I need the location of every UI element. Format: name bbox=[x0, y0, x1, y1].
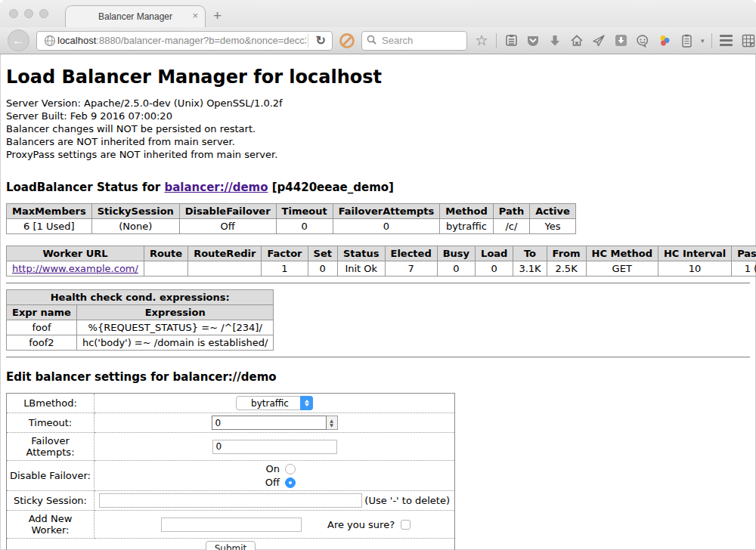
lbmethod-label: LBmethod: bbox=[7, 394, 94, 413]
browser-window: Balancer Manager × + ← localhost:8880/ba… bbox=[0, 0, 756, 550]
cell-method: bytraffic bbox=[440, 219, 493, 234]
col-stickysession: StickySession bbox=[91, 204, 179, 219]
timeout-label: Timeout: bbox=[7, 413, 94, 433]
cell-route bbox=[144, 261, 187, 277]
tab-bar: Balancer Manager × + bbox=[0, 0, 756, 27]
cell-expr-name: foof bbox=[7, 320, 77, 335]
submit-button[interactable]: Submit bbox=[206, 541, 256, 550]
cell-expression: hc('body') =~ /domain is established/ bbox=[76, 335, 274, 351]
search-input[interactable] bbox=[380, 34, 462, 47]
sticky-session-label: Sticky Session: bbox=[7, 491, 94, 511]
customize-grid-icon[interactable] bbox=[741, 33, 756, 48]
tab-close-icon[interactable]: × bbox=[192, 10, 198, 21]
divider bbox=[6, 283, 750, 284]
cell-set: 0 bbox=[308, 261, 337, 277]
zoom-window-button[interactable] bbox=[39, 9, 48, 18]
persist-note: Balancer changes will NOT be persisted o… bbox=[6, 122, 750, 135]
col-expr-name: Expr name bbox=[7, 305, 77, 320]
search-bar[interactable] bbox=[361, 31, 467, 51]
col-method: Method bbox=[440, 204, 493, 219]
form-row-lbmethod: LBmethod: bytraffic bbox=[7, 394, 455, 413]
bookmark-star-icon[interactable]: ☆ bbox=[474, 33, 489, 48]
health-check-table: Health check cond. expressions: Expr nam… bbox=[6, 289, 274, 351]
server-info: Server Version: Apache/2.5.0-dev (Unix) … bbox=[6, 97, 750, 161]
col-elected: Elected bbox=[385, 246, 437, 261]
url-bar[interactable]: localhost:8880/balancer-manager?b=demo&n… bbox=[36, 31, 333, 51]
col-active: Active bbox=[530, 204, 576, 219]
col-failoverattempts: FailoverAttempts bbox=[333, 204, 440, 219]
cell-failoverattempts: 0 bbox=[333, 219, 440, 234]
clipboard-list-icon[interactable] bbox=[679, 33, 694, 48]
table-row: http://www.example.com/ 1 0 Init Ok 7 0 … bbox=[7, 261, 756, 277]
loadbalancer-status-heading: LoadBalancer Status for balancer://demo … bbox=[6, 181, 750, 194]
table-header-row: Expr name Expression bbox=[7, 305, 274, 320]
worker-status-table: Worker URL Route RouteRedir Factor Set S… bbox=[6, 246, 756, 277]
reload-button[interactable]: ↻ bbox=[310, 33, 332, 48]
form-row-failover-attempts: Failover Attempts: bbox=[7, 433, 455, 461]
col-path: Path bbox=[493, 204, 529, 219]
disable-failover-off-radio[interactable] bbox=[285, 477, 296, 488]
window-controls bbox=[9, 9, 48, 18]
close-window-button[interactable] bbox=[9, 9, 18, 18]
home-icon[interactable] bbox=[569, 33, 584, 48]
table-header-row: Worker URL Route RouteRedir Factor Set S… bbox=[7, 246, 756, 261]
col-passes: Passes bbox=[732, 246, 756, 261]
cell-expr-name: foof2 bbox=[7, 335, 77, 351]
new-tab-button[interactable]: + bbox=[213, 8, 222, 24]
send-plane-icon[interactable] bbox=[591, 33, 606, 48]
tab-balancer-manager[interactable]: Balancer Manager × bbox=[65, 5, 206, 27]
col-routeredir: RouteRedir bbox=[188, 246, 262, 261]
col-load: Load bbox=[476, 246, 513, 261]
reading-list-icon[interactable] bbox=[503, 33, 519, 48]
failover-attempts-input[interactable] bbox=[212, 440, 337, 454]
divider bbox=[6, 357, 750, 358]
cell-worker-url: http://www.example.com/ bbox=[7, 261, 144, 277]
feedback-smiley-icon[interactable] bbox=[635, 33, 650, 48]
back-arrow-icon: ← bbox=[12, 33, 25, 48]
col-worker-url: Worker URL bbox=[7, 246, 144, 261]
addon-download-icon[interactable] bbox=[613, 33, 628, 48]
worker-url-link[interactable]: http://www.example.com/ bbox=[12, 263, 138, 274]
col-expression: Expression bbox=[76, 305, 274, 320]
add-worker-label: Add New Worker: bbox=[7, 511, 94, 539]
url-text[interactable]: localhost:8880/balancer-manager?b=demo&n… bbox=[57, 35, 306, 46]
cell-hc-method: GET bbox=[586, 261, 658, 277]
cell-status: Init Ok bbox=[337, 261, 385, 277]
form-row-sticky-session: Sticky Session: (Use '-' to delete) bbox=[7, 491, 455, 511]
table-row: foof2 hc('body') =~ /domain is establish… bbox=[7, 335, 274, 351]
downloads-icon[interactable] bbox=[547, 33, 562, 48]
back-button[interactable]: ← bbox=[8, 29, 29, 51]
cell-elected: 7 bbox=[385, 261, 437, 277]
cell-busy: 0 bbox=[437, 261, 475, 277]
form-row-submit: Submit bbox=[7, 539, 455, 550]
tab-title: Balancer Manager bbox=[98, 11, 172, 22]
menu-hamburger-icon[interactable] bbox=[719, 33, 734, 48]
health-check-title: Health check cond. expressions: bbox=[7, 290, 274, 305]
sticky-session-note: (Use '-' to delete) bbox=[364, 495, 450, 506]
cell-path: /c/ bbox=[493, 219, 529, 234]
pocket-icon[interactable] bbox=[525, 33, 541, 48]
edit-settings-heading: Edit balancer settings for balancer://de… bbox=[6, 370, 750, 384]
add-worker-input[interactable] bbox=[161, 518, 302, 532]
number-spinner-icon[interactable]: ▲▼ bbox=[327, 416, 338, 430]
cell-to: 3.1K bbox=[513, 261, 547, 277]
sticky-session-input[interactable] bbox=[99, 493, 362, 508]
search-icon bbox=[367, 34, 376, 48]
table-row: 6 [1 Used] (None) Off 0 0 bytraffic /c/ … bbox=[7, 219, 576, 234]
col-route: Route bbox=[144, 246, 187, 261]
failover-attempts-label: Failover Attempts: bbox=[7, 433, 94, 461]
form-row-add-worker: Add New Worker: Are you sure? bbox=[7, 511, 455, 539]
chevron-down-icon[interactable]: ▾ bbox=[701, 37, 705, 45]
lbmethod-selected-value: bytraffic bbox=[244, 398, 300, 409]
disable-failover-on-radio[interactable] bbox=[285, 464, 296, 474]
lbmethod-select[interactable]: bytraffic bbox=[236, 396, 313, 410]
table-row: foof %{REQUEST_STATUS} =~ /^[234]/ bbox=[7, 320, 274, 335]
col-from: From bbox=[547, 246, 586, 261]
balancer-demo-link[interactable]: balancer://demo bbox=[164, 181, 268, 194]
adblock-icon[interactable] bbox=[339, 33, 355, 48]
minimize-window-button[interactable] bbox=[24, 9, 33, 18]
colored-dots-icon[interactable] bbox=[657, 33, 672, 48]
col-busy: Busy bbox=[437, 246, 475, 261]
are-you-sure-checkbox[interactable] bbox=[401, 520, 411, 530]
timeout-input[interactable] bbox=[212, 416, 327, 430]
